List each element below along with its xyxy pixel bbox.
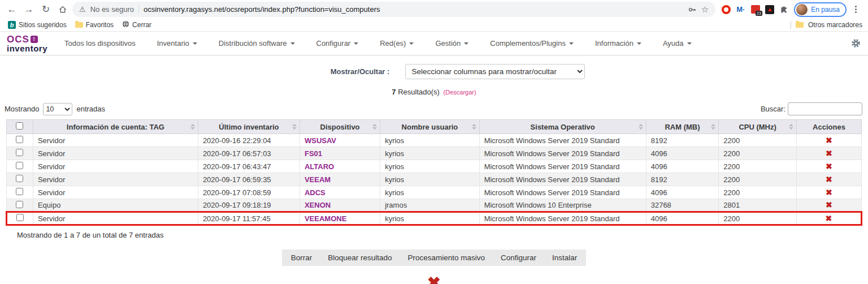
nav-item[interactable]: Red(es) [380, 39, 414, 48]
pdf-extension-icon[interactable]: ▲ [765, 5, 774, 14]
table-row: Servidor2020-09-16 22:29:04WSUSAVkyriosM… [7, 134, 862, 147]
bookmark-cerrar[interactable]: Cerrar [120, 20, 154, 29]
sort-icon[interactable] [190, 124, 195, 130]
bookmark-favoritos[interactable]: Favoritos [73, 21, 116, 29]
device-link[interactable]: XENON [305, 201, 331, 209]
profile-button[interactable]: En pausa [794, 2, 847, 17]
sort-icon[interactable] [711, 124, 715, 130]
columns-select[interactable]: Seleccionar columnas para mostrar/oculta… [405, 64, 585, 79]
calendar-extension-icon[interactable]: 23 [750, 5, 760, 14]
sort-icon[interactable] [472, 124, 476, 130]
configurar-button[interactable]: Configurar [501, 253, 536, 262]
home-icon[interactable] [55, 2, 70, 17]
borrar-button[interactable]: Borrar [291, 253, 313, 262]
delete-icon[interactable]: ✖ [826, 162, 832, 171]
column-header[interactable]: Último inventario [198, 120, 300, 134]
row-checkbox[interactable] [16, 214, 24, 221]
omnibox-divider [138, 5, 139, 14]
delete-icon[interactable]: ✖ [826, 200, 832, 209]
sort-icon[interactable] [372, 124, 377, 130]
close-results-wrap: ✖ [0, 275, 868, 284]
sort-icon[interactable] [639, 124, 643, 130]
search-input[interactable] [788, 102, 862, 115]
ocs-logo[interactable]: ocs ⇧ inventory [7, 35, 47, 53]
star-icon[interactable]: ☆ [701, 5, 709, 15]
procesamiento-masivo-button[interactable]: Procesamiento masivo [407, 253, 485, 262]
bloquear-resultado-button[interactable]: Bloquear resultado [328, 253, 392, 262]
nav-item-label: Inventario [157, 39, 189, 48]
nav-item[interactable]: Gestión [435, 39, 468, 48]
device-cell: VEEAMONE [300, 212, 380, 225]
column-header-label: Acciones [813, 123, 845, 131]
device-link[interactable]: ALTARO [305, 162, 334, 171]
sort-down-icon [711, 127, 715, 130]
device-link[interactable]: FS01 [305, 149, 322, 158]
reload-icon[interactable]: ↻ [38, 2, 53, 17]
column-header[interactable]: CPU (MHz) [719, 120, 797, 134]
select-all-checkbox[interactable] [16, 122, 23, 130]
key-icon[interactable] [688, 5, 697, 14]
table-row: Servidor2020-09-17 11:57:45VEEAMONEkyrio… [7, 212, 862, 225]
chevron-down-icon [464, 42, 468, 45]
nav-item[interactable]: Todos los dispositivos [64, 39, 136, 48]
close-results-icon[interactable]: ✖ [427, 275, 441, 284]
settings-gear-icon[interactable] [850, 38, 861, 49]
bing-icon: b [8, 21, 16, 29]
row-checkbox[interactable] [16, 201, 23, 208]
chevron-down-icon [409, 42, 414, 45]
nav-item[interactable]: Ayuda [663, 39, 692, 48]
tag-cell: Servidor [33, 173, 198, 186]
sort-icon[interactable] [292, 124, 297, 130]
nav-menu: Todos los dispositivosInventarioDistribu… [64, 39, 692, 48]
url-text[interactable]: ocsinventory.ragasys.net/ocsreports/inde… [144, 5, 380, 14]
globe-icon [122, 20, 129, 29]
column-header[interactable]: Dispositivo [300, 120, 380, 134]
browser-menu-icon[interactable] [852, 6, 860, 13]
nav-item[interactable]: Configurar [316, 39, 359, 48]
delete-icon[interactable]: ✖ [826, 136, 832, 145]
opera-extension-icon[interactable] [721, 5, 731, 14]
ram-cell: 4096 [646, 212, 719, 225]
device-cell: VEEAM [300, 173, 380, 186]
row-checkbox-cell [7, 134, 33, 147]
row-checkbox[interactable] [16, 136, 23, 143]
delete-icon[interactable]: ✖ [826, 149, 832, 158]
delete-icon[interactable]: ✖ [826, 214, 832, 223]
address-bar[interactable]: ⚠ No es seguro ocsinventory.ragasys.net/… [72, 2, 715, 17]
row-checkbox[interactable] [16, 162, 23, 169]
page-size-select[interactable]: 10 [43, 103, 72, 115]
row-checkbox[interactable] [16, 149, 23, 156]
bookmark-sitios-sugeridos[interactable]: b Sitios sugeridos [6, 21, 69, 29]
device-link[interactable]: VEEAM [305, 175, 331, 184]
action-bar: BorrarBloquear resultadoProcesamiento ma… [282, 249, 587, 266]
forward-icon[interactable]: → [21, 2, 36, 17]
column-header[interactable]: Información de cuenta: TAG [33, 120, 198, 134]
other-bookmarks[interactable]: Otros marcadores [808, 21, 862, 29]
nav-item[interactable]: Distribución software [219, 39, 295, 48]
device-link[interactable]: ADCS [305, 188, 326, 197]
os-cell: Microsoft Windows Server 2019 Standard [479, 173, 646, 186]
column-header[interactable]: RAM (MB) [646, 120, 719, 134]
download-link[interactable]: (Descargar) [444, 89, 476, 96]
nav-item[interactable]: Complementos/Plugins [490, 39, 574, 48]
sort-icon[interactable] [789, 124, 793, 130]
back-icon[interactable]: ← [5, 2, 19, 17]
show-hide-row: Mostrar/Ocultar : Seleccionar columnas p… [24, 64, 868, 79]
device-link[interactable]: VEEAMONE [305, 214, 346, 223]
device-link[interactable]: WSUSAV [305, 136, 336, 145]
row-checkbox[interactable] [16, 175, 23, 182]
extension-badge: 23 [756, 11, 762, 16]
instalar-button[interactable]: Instalar [552, 253, 577, 262]
delete-icon[interactable]: ✖ [826, 188, 832, 197]
delete-icon[interactable]: ✖ [826, 175, 832, 184]
nav-item[interactable]: Información [595, 39, 641, 48]
entries-label: entradas [76, 105, 105, 113]
nav-item[interactable]: Inventario [157, 39, 197, 48]
row-checkbox[interactable] [16, 188, 23, 195]
column-header[interactable]: Nombre usuario [380, 120, 480, 134]
puzzle-icon[interactable] [779, 5, 789, 14]
m-extension-icon[interactable]: M· [736, 5, 745, 14]
nav-item-label: Complementos/Plugins [490, 39, 566, 48]
column-header[interactable]: Sistema Operativo [479, 120, 646, 134]
logo-text-inventory: inventory [7, 44, 47, 53]
